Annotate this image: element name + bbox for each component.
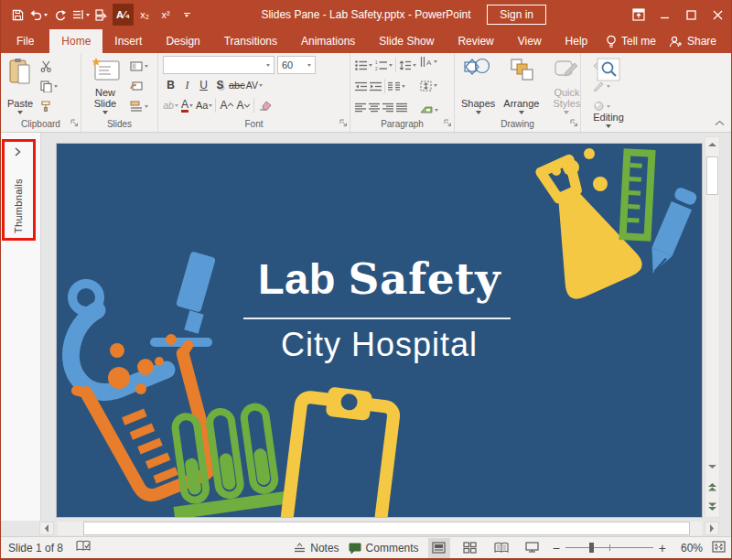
character-spacing-button[interactable]: AV [246, 77, 263, 93]
minimize-button[interactable] [651, 0, 678, 29]
subscript-button[interactable]: x₂ [135, 4, 155, 26]
clipboard-dialog-launcher[interactable] [70, 118, 79, 129]
font-size-combobox[interactable]: 60 [277, 56, 316, 74]
align-text-button[interactable] [420, 81, 438, 92]
superscript-button[interactable]: x² [156, 4, 176, 26]
paragraph-dialog-launcher[interactable] [444, 118, 452, 129]
decrease-font-size-button[interactable]: A [235, 97, 251, 113]
fit-slide-button[interactable] [712, 541, 726, 555]
zoom-level[interactable]: 60% [675, 542, 703, 555]
slide-sorter-view-button[interactable] [459, 538, 481, 558]
zoom-track[interactable] [565, 547, 653, 548]
tab-animations[interactable]: Animations [289, 29, 367, 53]
layout-caret[interactable] [145, 65, 148, 68]
numbering-button[interactable]: 12 [375, 60, 393, 70]
sign-in-button[interactable]: Sign in [487, 5, 546, 25]
font-name-combobox[interactable] [163, 56, 274, 74]
slide-counter[interactable]: Slide 1 of 8 [8, 542, 63, 555]
font-color-button[interactable]: A [179, 97, 195, 113]
customize-qat-button[interactable] [177, 4, 197, 26]
clear-formatting-button[interactable] [257, 97, 273, 113]
tab-help[interactable]: Help [554, 29, 600, 53]
scroll-left-button[interactable] [39, 522, 54, 535]
section-caret[interactable] [145, 105, 148, 108]
slide-layout-button[interactable] [128, 58, 150, 74]
horizontal-scrollbar[interactable] [1, 521, 731, 536]
share-button[interactable]: Share [669, 35, 716, 48]
shapes-button[interactable]: Shapes [458, 56, 498, 116]
undo-dropdown-caret[interactable] [44, 14, 48, 16]
bullets-button[interactable] [355, 60, 372, 70]
reading-view-button[interactable] [490, 538, 512, 558]
list-settings-caret[interactable] [86, 14, 90, 16]
ribbon-display-options-button[interactable] [625, 0, 651, 29]
zoom-slider[interactable]: − + [553, 542, 666, 555]
editing-button[interactable]: Editing [590, 56, 627, 130]
tab-file[interactable]: File [1, 29, 49, 53]
copy-caret[interactable] [54, 85, 58, 88]
justify-button[interactable] [396, 102, 407, 113]
font-scale-toggle[interactable]: A⁄₄ [113, 4, 134, 26]
zoom-in-button[interactable]: + [659, 542, 666, 555]
underline-button[interactable]: U [196, 77, 211, 93]
increase-indent-button[interactable] [370, 81, 382, 92]
highlight-color-button[interactable]: ab [163, 97, 178, 113]
tab-design[interactable]: Design [154, 29, 211, 53]
format-painter-button[interactable] [38, 98, 59, 114]
list-settings-icon[interactable] [70, 4, 91, 26]
scroll-down-button[interactable] [705, 459, 719, 474]
close-button[interactable] [705, 0, 731, 29]
slide-canvas[interactable]: Lab Safety City Hospital [57, 144, 702, 517]
next-slide-button[interactable] [705, 500, 719, 514]
slide-subtitle[interactable]: City Hospital [57, 326, 702, 364]
zoom-thumb[interactable] [589, 543, 594, 553]
scroll-right-button[interactable] [705, 522, 719, 535]
tab-review[interactable]: Review [446, 29, 505, 53]
cut-button[interactable] [38, 58, 59, 74]
decrease-indent-button[interactable] [355, 81, 367, 92]
zoom-out-button[interactable]: − [553, 542, 560, 555]
new-slide-button[interactable]: New Slide [85, 56, 125, 116]
previous-slide-button[interactable] [705, 479, 719, 494]
tab-slide-show[interactable]: Slide Show [367, 29, 446, 53]
comments-button[interactable]: Comments [349, 542, 419, 555]
tab-transitions[interactable]: Transitions [212, 29, 289, 53]
notes-button[interactable]: Notes [294, 542, 339, 555]
scroll-up-button[interactable] [705, 137, 719, 152]
italic-button[interactable]: I [179, 77, 195, 93]
vertical-scroll-thumb[interactable] [706, 156, 718, 195]
text-direction-button[interactable]: A [420, 57, 438, 67]
vertical-scrollbar[interactable] [705, 136, 720, 518]
convert-smartart-button[interactable] [420, 104, 438, 115]
arrange-button[interactable]: Arrange [501, 56, 542, 116]
line-spacing-button[interactable] [399, 60, 416, 70]
drawing-dialog-launcher[interactable] [570, 118, 578, 129]
slide-show-button[interactable] [522, 538, 544, 558]
align-right-button[interactable] [382, 102, 393, 113]
tab-insert[interactable]: Insert [102, 29, 154, 53]
tab-home[interactable]: Home [49, 29, 102, 53]
redo-icon[interactable] [49, 4, 70, 26]
text-shadow-button[interactable]: S [212, 77, 228, 93]
horizontal-scroll-track[interactable] [58, 522, 702, 535]
align-left-button[interactable] [355, 102, 366, 113]
increase-font-size-button[interactable]: A [219, 97, 234, 113]
tell-me-button[interactable]: Tell me [606, 35, 656, 48]
tab-view[interactable]: View [506, 29, 554, 53]
columns-button[interactable] [388, 81, 405, 92]
spell-check-button[interactable] [76, 540, 91, 555]
bold-button[interactable]: B [163, 77, 178, 93]
change-case-button[interactable]: Aa [196, 97, 212, 113]
reuse-slides-icon[interactable] [92, 4, 112, 26]
font-dialog-launcher[interactable] [339, 118, 348, 129]
normal-view-button[interactable] [428, 538, 450, 558]
section-button[interactable] [128, 98, 150, 114]
strikethrough-button[interactable]: abc [229, 77, 245, 93]
slide-title[interactable]: Lab Safety [57, 255, 702, 303]
align-center-button[interactable] [369, 102, 380, 113]
collapse-ribbon-button[interactable] [715, 117, 725, 128]
maximize-button[interactable] [678, 0, 705, 29]
save-icon[interactable] [7, 4, 27, 26]
reset-slide-button[interactable] [128, 78, 150, 94]
undo-button[interactable] [28, 4, 48, 26]
